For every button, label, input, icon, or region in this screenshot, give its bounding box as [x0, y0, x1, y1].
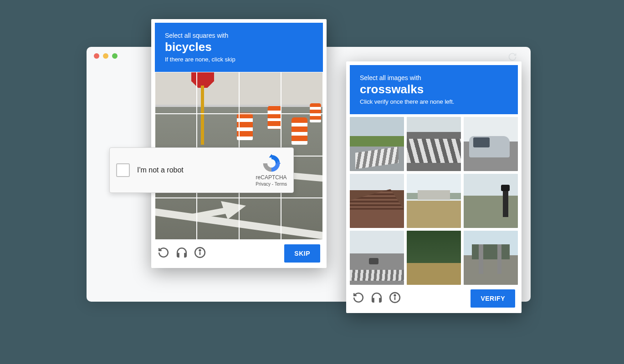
captcha-challenge-crosswalks: Select all images with crosswalks Click … — [346, 61, 522, 313]
info-icon[interactable] — [389, 292, 401, 305]
captcha-footer: SKIP — [155, 240, 323, 264]
headphones-icon[interactable] — [371, 292, 383, 305]
captcha-challenge-bicycles: Select all squares with bicycles If ther… — [151, 19, 327, 268]
captcha-tile[interactable] — [155, 72, 197, 114]
captcha-prompt-line1: Select all images with — [360, 74, 508, 81]
window-maximize-icon[interactable] — [112, 53, 118, 59]
captcha-tile[interactable] — [464, 174, 518, 228]
captcha-tile[interactable] — [281, 72, 323, 114]
captcha-prompt-line3: Click verify once there are none left. — [360, 98, 508, 105]
captcha-tile[interactable] — [197, 72, 239, 114]
captcha-tile[interactable] — [155, 198, 197, 240]
recaptcha-terms-link[interactable]: Terms — [275, 182, 287, 187]
verify-button[interactable]: VERIFY — [471, 289, 515, 308]
captcha-tile[interactable] — [407, 117, 461, 171]
captcha-footer: VERIFY — [350, 285, 518, 309]
captcha-subject: bicycles — [165, 40, 313, 54]
info-icon[interactable] — [194, 247, 206, 260]
reload-icon[interactable] — [158, 247, 169, 260]
captcha-tile[interactable] — [350, 174, 404, 228]
window-close-icon[interactable] — [94, 53, 99, 59]
captcha-tile[interactable] — [239, 198, 281, 240]
captcha-tile[interactable] — [407, 231, 461, 285]
reload-icon[interactable] — [353, 292, 364, 305]
recaptcha-badge: reCAPTCHA Privacy - Terms — [256, 153, 287, 187]
window-minimize-icon[interactable] — [103, 53, 108, 59]
captcha-subject: crosswalks — [360, 82, 508, 96]
recaptcha-label: I'm not a robot — [137, 166, 256, 174]
captcha-prompt-line3: If there are none, click skip — [165, 56, 313, 63]
captcha-tile[interactable] — [239, 72, 281, 114]
separator: - — [271, 182, 275, 187]
captcha-tile[interactable] — [350, 231, 404, 285]
recaptcha-widget: I'm not a robot reCAPTCHA Privacy - Term… — [109, 147, 294, 193]
recaptcha-logo-icon — [261, 153, 281, 173]
captcha-tile[interactable] — [350, 117, 404, 171]
headphones-icon[interactable] — [176, 247, 188, 260]
recaptcha-brand: reCAPTCHA — [256, 174, 287, 182]
captcha-tile[interactable] — [464, 231, 518, 285]
recaptcha-legal: Privacy - Terms — [256, 181, 287, 187]
skip-button[interactable]: SKIP — [284, 244, 320, 263]
recaptcha-checkbox[interactable] — [116, 163, 130, 177]
captcha-header: Select all images with crosswalks Click … — [350, 65, 518, 114]
svg-point-2 — [199, 250, 201, 251]
recaptcha-privacy-link[interactable]: Privacy — [256, 182, 271, 187]
captcha-prompt-line1: Select all squares with — [165, 32, 313, 39]
captcha-tile[interactable] — [197, 198, 239, 240]
captcha-tile[interactable] — [464, 117, 518, 171]
captcha-tile[interactable] — [281, 198, 323, 240]
captcha-tile[interactable] — [407, 174, 461, 228]
captcha-header: Select all squares with bicycles If ther… — [155, 23, 323, 72]
captcha-grid — [350, 114, 518, 285]
svg-point-5 — [394, 295, 396, 296]
